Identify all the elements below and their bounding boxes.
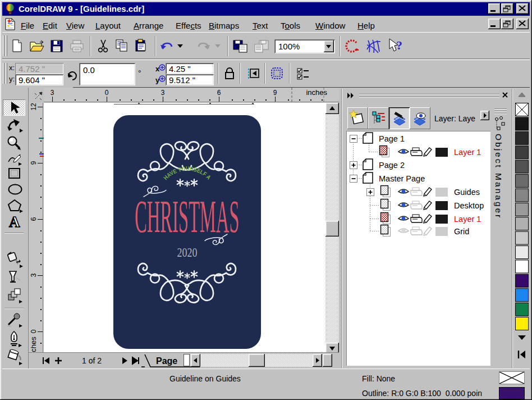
svg-text:6: 6	[217, 89, 221, 97]
svg-text:y: y	[155, 76, 160, 84]
svg-text:6: 6	[30, 217, 38, 221]
svg-text:3: 3	[30, 273, 38, 277]
svg-text:12: 12	[30, 103, 38, 111]
svg-text:x: x	[155, 65, 160, 73]
svg-text:CHRISTMAS: CHRISTMAS	[135, 190, 239, 242]
svg-text:2020: 2020	[177, 244, 198, 260]
svg-text:Page 1: Page 1	[379, 134, 405, 143]
svg-text:9: 9	[273, 89, 277, 97]
svg-text:Layer 1: Layer 1	[454, 148, 481, 157]
svg-text:Layer 1: Layer 1	[454, 215, 481, 224]
svg-text:0: 0	[30, 329, 38, 333]
svg-text:Grid: Grid	[454, 227, 469, 236]
svg-text:3: 3	[51, 89, 54, 97]
svg-text:inches: inches	[306, 88, 327, 97]
svg-text:Desktop: Desktop	[454, 201, 484, 210]
svg-text:0: 0	[105, 89, 109, 97]
svg-text:Guides: Guides	[454, 188, 480, 197]
svg-text:Page: Page	[156, 356, 177, 366]
svg-text:A: A	[9, 214, 20, 230]
svg-text:3: 3	[161, 89, 165, 97]
svg-text:1 of 2: 1 of 2	[82, 356, 102, 365]
svg-text:9: 9	[30, 161, 38, 165]
svg-text:Page 2: Page 2	[379, 161, 405, 170]
svg-text:?: ?	[396, 38, 402, 52]
svg-text:Master Page: Master Page	[379, 174, 425, 183]
